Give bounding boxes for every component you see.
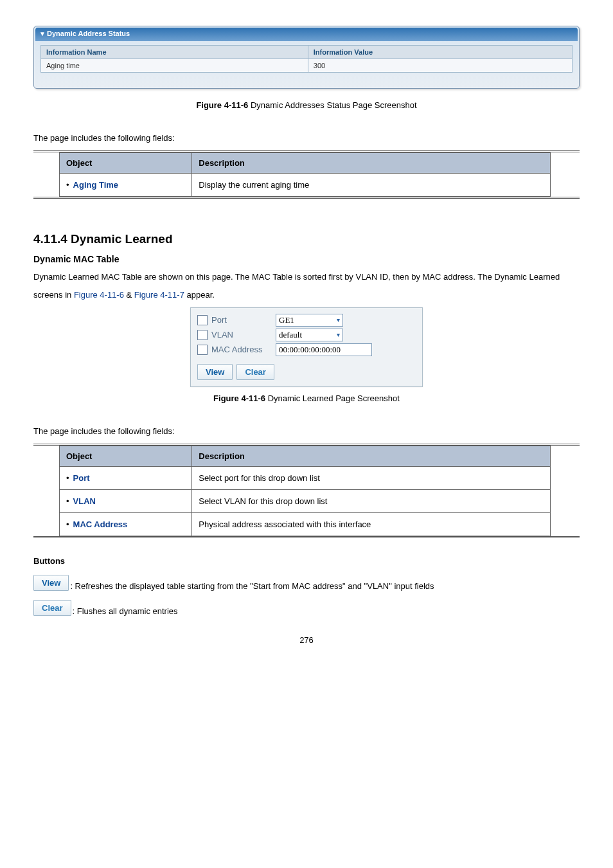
object-table-1: Object Description •Aging Time Display t… xyxy=(59,152,551,197)
das-panel-body: Information Name Information Value Aging… xyxy=(40,45,573,73)
view-button-desc: : Refreshes the displayed table starting… xyxy=(70,581,434,591)
dynamic-address-status-panel: ▼ Dynamic Address Status Information Nam… xyxy=(33,26,580,89)
td-info-name: Aging time xyxy=(41,59,308,73)
figure-caption-1-bold: Figure 4-11-6 xyxy=(196,100,248,110)
buttons-heading: Buttons xyxy=(33,556,580,566)
t1-obj-0: •Aging Time xyxy=(60,174,192,197)
subsection-heading: Dynamic MAC Table xyxy=(33,254,580,264)
mac-input[interactable]: 00:00:00:00:00:00 xyxy=(276,343,372,356)
das-panel-title: Dynamic Address Status xyxy=(47,30,130,37)
t2-desc-2: Physical address associated with this in… xyxy=(192,513,551,536)
das-panel-header: ▼ Dynamic Address Status xyxy=(35,28,578,41)
dynamic-learned-para: Dynamic Learned MAC Table are shown on t… xyxy=(33,268,580,303)
object-table-2: Object Description •Port Select port for… xyxy=(59,446,551,536)
intro-text-1: The page includes the following fields: xyxy=(33,129,580,147)
chevron-down-icon: ▾ xyxy=(337,316,340,323)
view-button[interactable]: View xyxy=(197,364,233,380)
t1-h-obj: Object xyxy=(60,153,192,174)
t2-h-obj: Object xyxy=(60,446,192,467)
t2-obj-0-label: Port xyxy=(73,473,90,483)
section-heading: 4.11.4 Dynamic Learned xyxy=(33,232,580,246)
td-info-value: 300 xyxy=(308,59,572,73)
t1-desc-0: Display the current aging time xyxy=(192,174,551,197)
vlan-label: VLAN xyxy=(211,330,276,339)
t2-desc-0: Select port for this drop down list xyxy=(192,467,551,490)
filter-row-mac: MAC Address 00:00:00:00:00:00 xyxy=(197,343,416,356)
t2-obj-1-label: VLAN xyxy=(73,496,96,506)
t2-desc-1: Select VLAN for this drop down list xyxy=(192,490,551,513)
figure-caption-1-rest: Dynamic Addresses Status Page Screenshot xyxy=(248,100,416,110)
vlan-select-value: default xyxy=(279,330,302,340)
t1-h-desc: Description xyxy=(192,153,551,174)
das-info-table: Information Name Information Value Aging… xyxy=(40,45,573,73)
page-number: 276 xyxy=(33,635,580,645)
mac-checkbox[interactable] xyxy=(197,345,208,355)
mac-label: MAC Address xyxy=(211,345,276,354)
chevron-down-icon: ▾ xyxy=(337,331,340,338)
th-info-name: Information Name xyxy=(41,46,308,59)
filter-row-port: Port GE1 ▾ xyxy=(197,314,416,327)
clear-button[interactable]: Clear xyxy=(236,364,274,380)
view-button-doc[interactable]: View xyxy=(33,575,69,591)
port-label: Port xyxy=(211,315,276,325)
figure-caption-2-bold: Figure 4-11-6 xyxy=(213,393,265,403)
mac-input-value: 00:00:00:00:00:00 xyxy=(279,345,341,355)
th-info-value: Information Value xyxy=(308,46,572,59)
figure-caption-2: Figure 4-11-6 Dynamic Learned Page Scree… xyxy=(33,393,580,403)
filter-buttons: View Clear xyxy=(197,364,416,380)
collapse-icon: ▼ xyxy=(39,30,46,37)
vlan-select[interactable]: default ▾ xyxy=(276,329,343,341)
intro-text-2: The page includes the following fields: xyxy=(33,422,580,440)
para-amp: & xyxy=(124,290,134,300)
port-checkbox[interactable] xyxy=(197,315,208,325)
filter-row-vlan: VLAN default ▾ xyxy=(197,329,416,341)
figure-caption-1: Figure 4-11-6 Dynamic Addresses Status P… xyxy=(33,100,580,110)
port-select[interactable]: GE1 ▾ xyxy=(276,314,343,327)
figure-caption-2-rest: Dynamic Learned Page Screenshot xyxy=(265,393,400,403)
clear-button-desc: : Flushes all dynamic entries xyxy=(73,606,178,616)
clear-button-doc[interactable]: Clear xyxy=(33,600,71,616)
dynamic-learned-filter-panel: Port GE1 ▾ VLAN default ▾ MAC Address 00… xyxy=(190,307,423,387)
link-fig-4-11-6[interactable]: Figure 4-11-6 xyxy=(74,290,124,300)
t2-obj-2: •MAC Address xyxy=(60,513,192,536)
t1-obj-0-label: Aging Time xyxy=(73,180,119,190)
para-1b: appear. xyxy=(184,290,215,300)
vlan-checkbox[interactable] xyxy=(197,330,208,340)
view-button-line: View : Refreshes the displayed table sta… xyxy=(33,575,580,591)
clear-button-line: Clear : Flushes all dynamic entries xyxy=(33,600,580,616)
port-select-value: GE1 xyxy=(279,315,294,325)
t2-obj-0: •Port xyxy=(60,467,192,490)
t2-obj-2-label: MAC Address xyxy=(73,520,128,529)
t2-obj-1: •VLAN xyxy=(60,490,192,513)
t2-h-desc: Description xyxy=(192,446,551,467)
link-fig-4-11-7[interactable]: Figure 4-11-7 xyxy=(134,290,184,300)
